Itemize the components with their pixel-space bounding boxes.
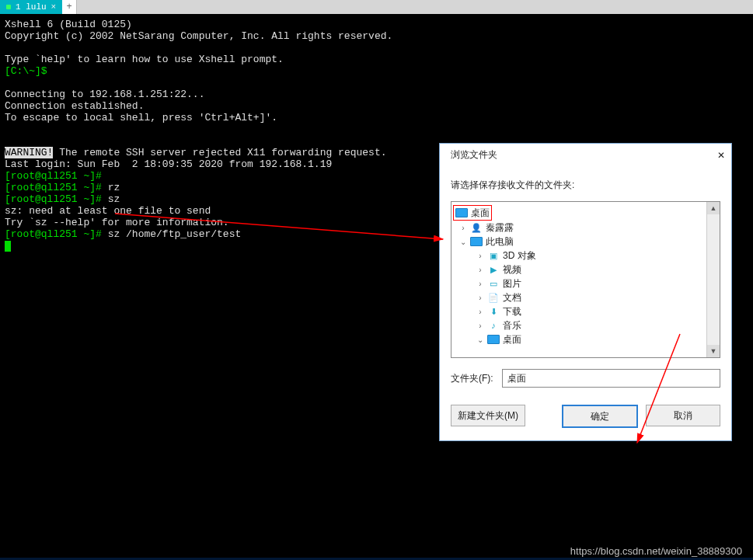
remote-prompt: [root@qll251 ~]# [5,228,102,240]
folder-tree[interactable]: 桌面 › 👤 秦露露 ⌄ 此电脑 › ▣ 3D [451,202,706,357]
folder-tree-container: 桌面 › 👤 秦露露 ⌄ 此电脑 › ▣ 3D [451,201,720,358]
tree-item-videos[interactable]: › ▶ 视频 [453,263,705,277]
remote-prompt: [root@qll251 ~]# [5,193,102,205]
new-folder-button[interactable]: 新建文件夹(M) [451,405,525,426]
tree-label: 下载 [503,305,521,318]
dialog-title: 浏览文件夹 [451,148,497,162]
session-tab-lulu[interactable]: 1 lulu × [0,0,62,14]
tab-label: 1 lulu [16,2,47,12]
cmd-text: sz [102,193,120,205]
desktop-icon [455,208,468,217]
tab-bar: 1 lulu × + [0,0,753,14]
remote-prompt: [root@qll251 ~]# [5,182,102,193]
chevron-right-icon[interactable]: › [459,224,467,232]
tree-item-thispc[interactable]: ⌄ 此电脑 [453,235,705,249]
tree-item-music[interactable]: › ♪ 音乐 [453,318,705,332]
music-icon: ♪ [487,319,500,332]
ok-button[interactable]: 确定 [562,405,638,428]
tree-label: 图片 [503,277,521,290]
warning-badge: WARNING! [5,147,53,158]
xshell-window: 1 lulu × + Xshell 6 (Build 0125) Copyrig… [0,0,753,560]
cmd-text: sz /home/ftp_user/test [102,228,241,240]
term-line: Last login: Sun Feb 2 18:09:35 2020 from… [5,158,332,170]
chevron-right-icon[interactable]: › [476,266,484,274]
tree-item-user[interactable]: › 👤 秦露露 [453,221,705,235]
scroll-track[interactable] [707,214,720,345]
close-icon[interactable]: ✕ [717,150,725,161]
cancel-button[interactable]: 取消 [646,405,720,426]
dialog-titlebar[interactable]: 浏览文件夹 ✕ [440,144,731,166]
cursor-icon [5,241,11,252]
local-prompt: [C:\~]$ [5,65,47,77]
folder-field-row: 文件夹(F): 桌面 [451,369,720,388]
chevron-right-icon[interactable]: › [476,294,484,302]
scroll-down-icon[interactable]: ▼ [707,345,720,357]
tree-label: 桌面 [471,207,490,220]
video-icon: ▶ [487,263,500,276]
tree-item-3dobjects[interactable]: › ▣ 3D 对象 [453,249,705,263]
term-line: Connecting to 192.168.1.251:22... [5,89,204,100]
dialog-button-row: 新建文件夹(M) 确定 取消 [451,405,720,428]
browse-folder-dialog: 浏览文件夹 ✕ 请选择保存接收文件的文件夹: 桌面 › 👤 秦露露 [439,143,732,441]
tree-label: 桌面 [503,333,521,346]
chevron-right-icon[interactable]: › [476,308,484,316]
dialog-prompt: 请选择保存接收文件的文件夹: [451,179,720,192]
tree-scrollbar[interactable]: ▲ ▼ [706,202,720,357]
tree-label: 音乐 [503,319,521,332]
term-line: Connection established. [5,100,144,112]
dialog-body: 请选择保存接收文件的文件夹: 桌面 › 👤 秦露露 ⌄ 此 [440,166,731,440]
tree-label: 此电脑 [486,235,514,249]
term-line: sz: need at least one file to send [5,205,211,217]
remote-prompt: [root@qll251 ~]# [5,170,102,182]
folder-field-label: 文件夹(F): [451,372,502,385]
tree-item-downloads[interactable]: › ⬇ 下载 [453,304,705,318]
tree-label: 3D 对象 [503,249,536,263]
chevron-down-icon[interactable]: ⌄ [459,238,467,246]
document-icon: 📄 [487,291,500,304]
chevron-right-icon[interactable]: › [476,280,484,288]
download-icon: ⬇ [487,305,500,318]
tab-close-icon[interactable]: × [51,2,57,12]
tree-item-desktop2[interactable]: ⌄ 桌面 [453,332,705,346]
status-dot-icon [6,5,11,9]
term-line: Try `sz --help' for more information. [5,217,229,228]
scroll-up-icon[interactable]: ▲ [707,202,720,214]
chevron-right-icon[interactable]: › [476,322,484,330]
picture-icon: ▭ [487,277,500,290]
term-line: To escape to local shell, press 'Ctrl+Al… [5,112,277,123]
user-icon: 👤 [470,221,483,234]
folder-path-input[interactable]: 桌面 [502,369,720,388]
cube-icon: ▣ [487,249,500,262]
watermark: https://blog.csdn.net/weixin_38889300 [570,545,742,557]
term-line: Copyright (c) 2002 NetSarang Computer, I… [5,30,392,42]
term-line: Xshell 6 (Build 0125) [5,19,132,30]
chevron-down-icon[interactable]: ⌄ [476,336,484,344]
tree-item-documents[interactable]: › 📄 文档 [453,290,705,304]
tree-item-desktop-selected[interactable]: 桌面 [453,205,492,221]
term-line: Type `help' to learn how to use Xshell p… [5,54,284,65]
cmd-text: rz [102,182,120,193]
pc-icon [470,237,483,246]
chevron-right-icon[interactable]: › [476,252,484,260]
term-line: The remote SSH server rejected X11 forwa… [53,147,386,158]
desktop-icon [487,335,500,344]
tree-label: 秦露露 [486,221,514,235]
tree-label: 文档 [503,291,521,304]
folder-path-value: 桌面 [507,372,526,385]
tree-item-pictures[interactable]: › ▭ 图片 [453,277,705,290]
tree-label: 视频 [503,263,521,277]
new-tab-button[interactable]: + [62,0,77,14]
